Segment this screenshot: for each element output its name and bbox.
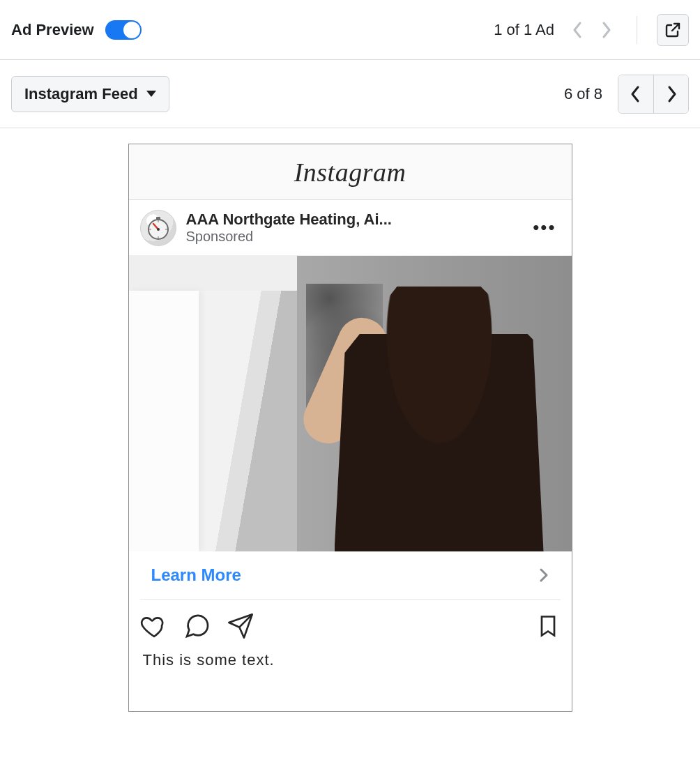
ad-nav-arrows [567,19,617,41]
placement-count-label: 6 of 8 [564,85,602,103]
secondary-bar: Instagram Feed 6 of 8 [0,60,700,128]
ad-count-label: 1 of 1 Ad [494,21,554,39]
caret-down-icon [146,91,156,97]
chevron-right-icon [665,84,678,104]
advertiser-avatar[interactable] [140,210,176,246]
save-button[interactable] [535,612,561,640]
chevron-right-icon [537,565,549,585]
more-horizontal-icon: ••• [533,217,556,238]
bookmark-icon [535,612,561,640]
send-icon [227,612,254,640]
svg-rect-1 [156,217,160,220]
profile-row: AAA Northgate Heating, Ai... Sponsored •… [129,200,572,256]
page-title: Ad Preview [11,21,94,39]
placement-dropdown-label: Instagram Feed [24,85,138,103]
instagram-logo-bar: Instagram [129,144,572,200]
profile-text: AAA Northgate Heating, Ai... Sponsored [186,211,519,245]
comment-icon [183,612,211,640]
external-link-icon [664,22,681,38]
preview-toggle[interactable] [105,20,142,40]
secondary-right: 6 of 8 [564,75,689,114]
heart-icon [140,612,168,640]
next-placement-button[interactable] [653,75,688,113]
ad-caption: This is some text. [129,646,572,711]
instagram-wordmark: Instagram [294,157,406,188]
svg-point-3 [157,228,160,231]
prev-placement-button[interactable] [618,75,653,113]
header-right: 1 of 1 Ad [494,14,689,46]
sponsored-label: Sponsored [186,229,519,245]
like-button[interactable] [140,612,168,640]
advertiser-name[interactable]: AAA Northgate Heating, Ai... [186,211,519,229]
placement-dropdown[interactable]: Instagram Feed [11,76,169,112]
preview-area: Instagram AAA Northgate [0,128,700,731]
cta-label: Learn More [151,565,241,585]
chevron-left-icon [572,20,584,40]
top-header: Ad Preview 1 of 1 Ad [0,0,700,60]
stopwatch-icon [144,214,172,242]
prev-ad-button[interactable] [567,19,589,41]
ad-creative-image[interactable] [129,256,572,551]
open-external-button[interactable] [657,14,689,46]
header-left: Ad Preview [11,20,142,40]
chevron-left-icon [630,84,642,104]
more-options-button[interactable]: ••• [528,213,560,243]
instagram-action-row [129,600,572,646]
share-button[interactable] [227,612,254,640]
action-row-left [140,612,254,640]
next-ad-button[interactable] [595,19,617,41]
header-divider [637,16,637,44]
comment-button[interactable] [183,612,211,640]
instagram-preview-card: Instagram AAA Northgate [128,144,572,712]
cta-chevron [537,565,549,585]
cta-row[interactable]: Learn More [140,551,561,600]
chevron-right-icon [600,20,612,40]
placement-pager [618,75,689,114]
